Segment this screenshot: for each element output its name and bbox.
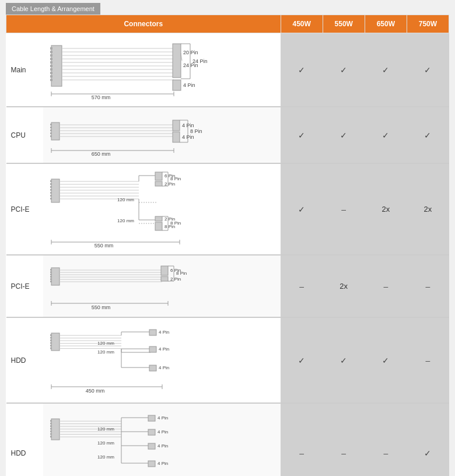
svg-text:4 Pin: 4 Pin [159, 365, 169, 370]
support-cell-1: ✓ [323, 33, 365, 107]
svg-rect-158 [51, 419, 60, 440]
table-row: PCI-E 120 mm 120 mm 6 Pin 2 Pin [6, 163, 449, 255]
dash-mark: – [383, 449, 388, 458]
table-row: PCI-E 6 Pin 2 Pin 8 Pin 550 mm –2x–– [6, 255, 449, 317]
header-450w: 450W [281, 15, 323, 33]
svg-rect-161 [50, 425, 52, 427]
svg-text:550 mm: 550 mm [94, 243, 113, 249]
row-label: PCI-E [6, 255, 43, 317]
svg-rect-101 [51, 268, 60, 285]
svg-text:120 mm: 120 mm [117, 197, 134, 202]
header-650w: 650W [365, 15, 407, 33]
svg-rect-3 [50, 54, 52, 57]
support-cell-3: ✓ [407, 403, 449, 476]
svg-text:4 Pin: 4 Pin [159, 330, 169, 335]
support-cell-3: 2x [407, 163, 449, 255]
svg-rect-59 [50, 180, 52, 182]
check-mark: ✓ [298, 356, 305, 365]
svg-rect-37 [50, 127, 52, 128]
support-cell-2: 2x [365, 163, 407, 255]
svg-rect-162 [50, 428, 52, 430]
value-text: 2x [340, 282, 348, 290]
connector-diagram-cell: 20 Pin 24 Pin 24 Pin 4 Pin 570 mm [43, 33, 281, 107]
support-cell-3: ✓ [407, 33, 449, 107]
svg-rect-184 [148, 429, 155, 435]
dash-mark: – [383, 282, 388, 291]
table-row: HDD 120 mm 120 mm 120 mm 4 Pin 4 Pin 4 P… [6, 403, 449, 476]
svg-rect-63 [50, 192, 52, 194]
svg-rect-21 [173, 44, 181, 78]
value-text: 2x [424, 205, 432, 214]
row-label: PCI-E [6, 163, 43, 255]
table-body: Main 20 Pin 24 Pin 24 Pin 4 Pin 570 m [6, 33, 449, 477]
support-cell-2: – [365, 403, 407, 476]
svg-rect-0 [51, 46, 62, 86]
check-mark: ✓ [382, 131, 389, 140]
svg-rect-150 [149, 365, 156, 371]
check-mark: ✓ [424, 65, 431, 75]
check-mark: ✓ [298, 131, 305, 140]
svg-rect-10 [50, 79, 52, 81]
svg-rect-107 [50, 281, 52, 282]
header-550w: 550W [323, 15, 365, 33]
svg-text:8 Pin: 8 Pin [170, 220, 181, 226]
svg-text:570 mm: 570 mm [91, 94, 110, 100]
svg-rect-186 [148, 443, 155, 449]
row-label: Main [6, 33, 43, 107]
svg-text:450 mm: 450 mm [85, 388, 104, 394]
svg-rect-164 [50, 433, 52, 435]
support-cell-0: ✓ [281, 33, 323, 107]
check-mark: ✓ [298, 205, 305, 214]
svg-rect-102 [50, 269, 52, 271]
support-cell-1: – [323, 163, 365, 255]
svg-rect-7 [50, 68, 52, 71]
svg-text:8 Pin: 8 Pin [170, 176, 181, 181]
dash-mark: – [299, 449, 304, 458]
svg-rect-146 [149, 330, 156, 335]
support-cell-1: ✓ [323, 317, 365, 403]
svg-rect-2 [50, 51, 52, 53]
support-cell-0: ✓ [281, 107, 323, 163]
svg-text:8 Pin: 8 Pin [176, 271, 187, 276]
svg-rect-65 [50, 198, 52, 200]
support-cell-1: ✓ [323, 107, 365, 163]
row-label: CPU [6, 107, 43, 163]
svg-rect-36 [50, 124, 52, 125]
svg-rect-182 [148, 415, 155, 421]
svg-rect-40 [50, 135, 52, 137]
support-cell-2: ✓ [365, 33, 407, 107]
svg-rect-1 [50, 47, 52, 50]
svg-rect-130 [50, 342, 52, 344]
svg-text:4 Pin: 4 Pin [158, 415, 168, 421]
outer-container: Cable Length & Arrangement Connectors 45… [0, 0, 455, 476]
svg-rect-160 [50, 423, 52, 425]
table-row: Main 20 Pin 24 Pin 24 Pin 4 Pin 570 m [6, 33, 449, 107]
main-table: Connectors 450W 550W 650W 750W Main 20 P… [6, 15, 449, 476]
svg-text:120 mm: 120 mm [97, 440, 114, 446]
svg-rect-83 [155, 181, 162, 186]
dash-mark: – [341, 449, 346, 458]
svg-rect-58 [51, 179, 60, 202]
svg-text:4 Pin: 4 Pin [158, 461, 168, 466]
svg-rect-132 [50, 348, 52, 349]
svg-rect-60 [50, 183, 52, 185]
dash-mark: – [426, 282, 430, 291]
support-cell-1: 2x [323, 255, 365, 317]
svg-text:4 Pin: 4 Pin [158, 443, 168, 449]
svg-rect-81 [155, 172, 162, 180]
connector-diagram-cell: 4 Pin 4 Pin 8 Pin 650 mm [43, 107, 281, 163]
svg-rect-105 [50, 276, 52, 278]
support-cell-3: ✓ [407, 107, 449, 163]
connector-diagram-cell: 120 mm 120 mm 4 Pin 4 Pin 4 Pin 450 mm [43, 317, 281, 403]
svg-rect-131 [50, 345, 52, 346]
svg-rect-104 [50, 274, 52, 275]
table-row: HDD 120 mm 120 mm 4 Pin 4 Pin 4 Pin [6, 317, 449, 403]
svg-rect-163 [50, 430, 52, 432]
support-cell-2: ✓ [365, 107, 407, 163]
svg-rect-62 [50, 189, 52, 191]
connector-diagram-cell: 120 mm 120 mm 120 mm 4 Pin 4 Pin 4 Pin 4… [43, 403, 281, 476]
svg-rect-103 [50, 271, 52, 273]
svg-text:20 Pin: 20 Pin [183, 50, 198, 55]
support-cell-3: – [407, 255, 449, 317]
header-row: Connectors 450W 550W 650W 750W [6, 15, 449, 33]
